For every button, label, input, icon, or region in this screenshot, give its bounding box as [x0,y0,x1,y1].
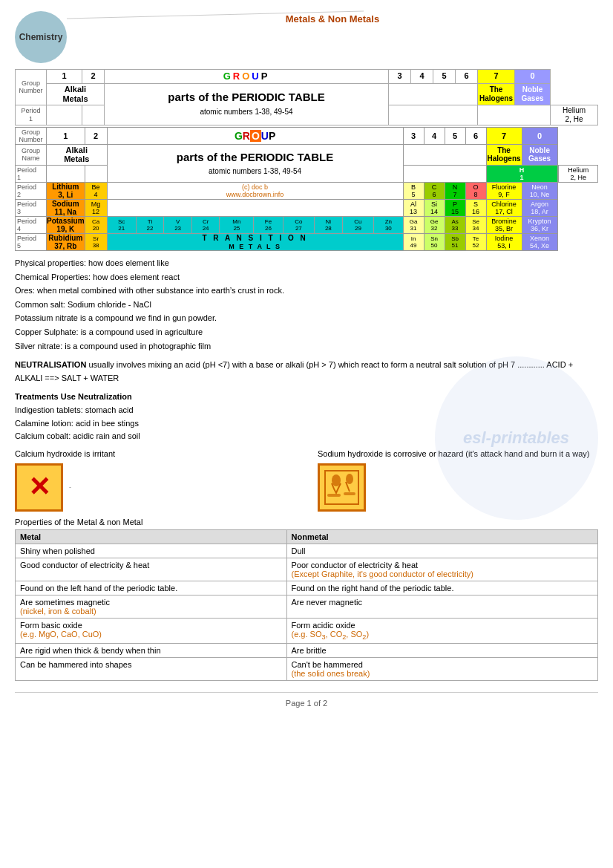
group-word: GROUP [105,70,389,84]
cell-be: Be4 [85,182,107,199]
cell-kr: Krypton36, Kr [522,216,557,233]
cell-ne: Neon10, Ne [522,182,557,199]
chemistry-badge: Chemistry [15,11,67,63]
metal-conductor: Good conductor of electricity & heat [16,558,287,581]
cell-group-name-header: GroupName [16,144,47,165]
cell-in: In49 [403,233,424,250]
cell-sc: Sc21 [107,216,136,233]
group6-number: 6 [456,70,478,84]
cell-p1-2 [85,165,107,182]
cell-mn: Mn25 [220,216,254,233]
corrosive-svg [321,467,362,508]
table-row: Good conductor of electricity & heat Poo… [16,558,598,581]
nonmetal-oxide: Form acidic oxide(e.g. SO3, CO2, SO2) [286,618,597,643]
cell-b: B5 [403,182,424,199]
periodic-table: GroupNumber 1 2 GROUP 3 4 5 6 7 0 Alkali… [15,69,598,125]
cell-sn: Sn50 [424,233,445,250]
treatments-section: Treatments Use Neutralization Indigestio… [15,391,598,443]
page: Chemistry Metals & Non Metals GroupNumbe… [0,0,613,868]
cell-f: Fluorine9, F [486,182,522,199]
cell-zn: Zn30 [374,216,403,233]
ores-text: Ores: when metal combined with other sub… [15,284,598,298]
nonmetal-magnetic: Are never magnetic [286,595,597,618]
periodic-table-grid: GroupNumber 1 2 GROUP 3 4 5 6 7 0 Alkali… [15,69,598,125]
metal-rigid: Are rigid when thick & bendy when thin [16,643,287,657]
header: Chemistry Metals & Non Metals [15,7,598,63]
cell-ga: Ga31 [403,216,424,233]
metal-magnetic: Are sometimes magnetic(nickel, iron & co… [16,595,287,618]
cell-potassium: Potassium19, K [47,216,85,233]
cell-g7: 7 [486,127,522,144]
cell-mg: Mg12 [85,199,107,216]
metal-oxide: Form basic oxide(e.g. MgO, CaO, CuO) [16,618,287,643]
cell-p: P15 [445,199,465,216]
nonmetal-hammered: Can't be hammered(the solid ones break) [286,657,597,680]
cell-period1: Period1 [16,165,47,182]
hazard-sodium: Sodium hydroxide is corrosive or hazard … [318,449,598,512]
prop-header-metal: Metal [16,529,287,544]
cell-transition-metals: T R A N S I T I O NM E T A L S [107,233,403,250]
cell-cr: Cr24 [191,216,220,233]
table-row: Form basic oxide(e.g. MgO, CaO, CuO) For… [16,618,598,643]
common-salt-text: Common salt: Sodium chloride - NaCl [15,298,598,312]
group4-number: 4 [411,70,433,84]
page-number: Page 1 of 2 [286,699,327,708]
cell-period3: Period3 [16,199,47,216]
cell-g3: 3 [403,127,424,144]
cell-c: C6 [424,182,445,199]
cell-rubidium: Rubidium37, Rb [47,233,85,250]
cell-hydrogen: H1 [486,165,557,182]
cell-co: Co27 [283,216,315,233]
svg-rect-5 [344,492,355,495]
nonmetal-brittle: Are brittle [286,643,597,657]
period1-label: Period1 [16,105,47,125]
neutralisation-heading: NEUTRALISATION [15,360,86,369]
period1-group2 [82,105,105,125]
treatment-1: Indigestion tablets: stomach acid [15,404,598,417]
table-row: Are sometimes magnetic(nickel, iron & co… [16,595,598,618]
cell-halogens: TheHalogens [486,144,522,165]
metal-hammered: Can be hammered into shapes [16,657,287,680]
cell-parts-periodic: parts of the PERIODIC TABLE atomic numbe… [107,144,403,182]
nonmetal-dull: Dull [286,544,597,558]
cell-si: Si14 [424,199,445,216]
treatments-heading: Treatments Use Neutralization [15,392,132,401]
cell-sr: Sr38 [85,233,107,250]
neutralisation-text: NEUTRALISATION usually involves mixing a… [15,359,598,385]
treatment-3: Calcium cobalt: acidic rain and soil [15,430,598,443]
content-properties: Physical properties: how does element li… [15,257,598,353]
treatment-2: Calamine lotion: acid in bee stings [15,417,598,431]
cell-cl: Chlorine17, Cl [486,199,522,216]
cell-g1: 1 [47,127,85,144]
cell-te: Te52 [465,233,486,250]
copper-text: Copper Sulphate: is a compound used in a… [15,326,598,339]
silver-text: Silver nitrate: is a compound used in ph… [15,340,598,353]
cell-alkali-metals: AlkaliMetals [47,144,108,165]
basic-oxide-examples: (e.g. MgO, CaO, CuO) [20,630,102,639]
cell-n: N7 [445,182,465,199]
cell-p3-mid [107,199,403,216]
group0-number: 0 [515,70,551,84]
svg-rect-3 [327,494,341,497]
cell-docbrown: (c) doc bwww.docbrown.info [107,182,403,199]
break-note: (the solid ones break) [292,669,370,678]
cell-g5: 5 [445,127,465,144]
period1-mid [389,105,478,125]
cell-br: Bromine35, Br [486,216,522,233]
cell-o: O8 [465,182,486,199]
nonmetal-right: Found on the right hand of the periodic … [286,581,597,595]
corrosive-symbol [318,463,366,512]
table-row: Found on the left hand of the periodic t… [16,581,598,595]
table-row: Are rigid when thick & bendy when thin A… [16,643,598,657]
cell-al: Al13 [403,199,424,216]
cell-g2: 2 [85,127,107,144]
cell-period4: Period4 [16,216,47,233]
table-row: Can be hammered into shapes Can't be ham… [16,657,598,680]
group2-number: 2 [82,70,105,84]
cell-ca: Ca20 [85,216,107,233]
cell-cu: Cu29 [342,216,374,233]
cell-se: Se34 [465,216,486,233]
cell-helium: Helium2, He [559,165,598,182]
cell-fe: Fe26 [254,216,283,233]
cell-v: V23 [164,216,192,233]
